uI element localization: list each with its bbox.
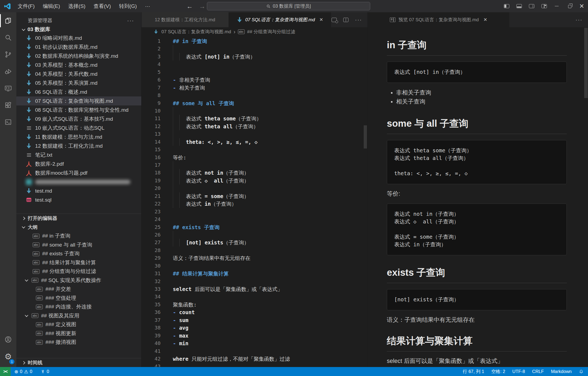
line-number: 22 — [142, 200, 161, 208]
encoding[interactable]: UTF-8 — [512, 369, 525, 374]
toggle-secondary-sidebar-icon[interactable] — [525, 0, 538, 12]
activity-extensions[interactable] — [0, 97, 16, 114]
outline-item[interactable]: abc### 撤消视图 — [16, 338, 141, 347]
activity-search[interactable] — [0, 29, 16, 46]
problems-status[interactable]: ⊗0 ⚠0 — [14, 369, 32, 374]
outline-item[interactable]: abc### 并交差 — [16, 285, 141, 294]
code-line: 28 — [142, 247, 367, 254]
notifications-bell-icon[interactable] — [579, 369, 584, 374]
split-editor-icon[interactable] — [343, 18, 348, 22]
file-item[interactable]: 09 嵌入式SQL语言：基本技巧.md — [16, 114, 141, 123]
open-preview-side-icon[interactable] — [332, 18, 337, 22]
file-item[interactable]: 人数据库mooc练习题.pdf — [16, 168, 141, 177]
file-item[interactable]: 05 关系模型：关系演算.md — [16, 78, 141, 87]
outline-item[interactable]: abc## in 子查询 — [16, 232, 141, 241]
editor-more-actions-icon[interactable]: ··· — [355, 17, 362, 23]
navigate-back-icon[interactable]: ← — [186, 2, 193, 10]
indentation[interactable]: 空格: 2 — [491, 369, 505, 375]
file-item[interactable]: test.sql — [16, 195, 141, 204]
indent-guide — [179, 200, 180, 208]
tab-close-icon[interactable]: ✕ — [483, 17, 487, 23]
file-item[interactable]: 06 SQL语言：概述.md — [16, 87, 141, 96]
file-item[interactable]: 08 SQL语言：数据库完整性与安全性.md — [16, 105, 141, 114]
file-item[interactable]: 01 初步认识数据库系统.md — [16, 43, 141, 51]
file-item[interactable]: 10 嵌入式SQL语言：动态SQL — [16, 123, 141, 132]
indent-guide — [173, 107, 173, 115]
outline-item[interactable]: abc## SQL 实现关系代数操作 — [16, 276, 141, 285]
cursor-position[interactable]: 行 67, 列 1 — [463, 369, 484, 375]
preview-scrollbar[interactable] — [584, 28, 588, 98]
outline-item[interactable]: abc## 结果计算与聚集计算 — [16, 258, 141, 267]
code-editor[interactable]: 1## in 子查询23表达式 [not] in（子查询）456- 非相关子查询… — [142, 36, 367, 367]
explorer-more-actions-icon[interactable]: ··· — [127, 17, 134, 24]
tab-close-icon[interactable]: ✕ — [319, 17, 323, 23]
tab-active-file[interactable]: 07 SQL语言：复杂查询与视图.md✕ — [229, 12, 331, 27]
file-item[interactable]: 12 数据建模：工程化方法.md — [16, 141, 141, 150]
outline-item[interactable]: abc## some 与 all 子查询 — [16, 241, 141, 250]
ports-status[interactable]: 0 — [41, 369, 49, 374]
menu-item[interactable]: 转到(G) — [115, 0, 141, 12]
toggle-panel-icon[interactable] — [513, 0, 525, 12]
folder-root[interactable]: 03 数据库 — [16, 25, 141, 34]
section-open-editors[interactable]: 打开的编辑器 — [16, 214, 141, 223]
menu-item[interactable]: ··· — [141, 0, 154, 12]
file-item[interactable]: 04 关系模型：关系代数.md — [16, 69, 141, 78]
activity-settings[interactable]: ⚙1 — [0, 348, 16, 365]
file-item[interactable]: 00 缩略词对照表.md — [16, 34, 141, 43]
file-item[interactable] — [16, 177, 141, 186]
file-item[interactable]: 笔记.txt — [16, 150, 141, 159]
breadcrumb-section[interactable]: ## 分组查询与分组过滤 — [247, 29, 295, 35]
activity-terminal[interactable] — [0, 114, 16, 131]
markdown-preview[interactable]: in 子查询表达式 [not] in（子查询）非相关子查询相关子查询some 与… — [368, 27, 588, 367]
file-item[interactable]: 02 数据库系统的结构抽象与演变.md — [16, 51, 141, 60]
outline-item[interactable]: abc### 定义视图 — [16, 320, 141, 329]
line-number: 27 — [142, 239, 161, 246]
preview-more-actions-icon[interactable]: ··· — [575, 17, 583, 23]
activity-run-and-debug[interactable] — [0, 63, 16, 80]
line-content: [not] exists（子查询） — [186, 239, 249, 246]
restore-icon[interactable] — [563, 0, 575, 12]
remote-indicator[interactable]: >< — [0, 367, 11, 376]
navigate-forward-icon[interactable]: → — [199, 2, 206, 10]
outline-item[interactable]: abc### 空值处理 — [16, 294, 141, 303]
outline-item[interactable]: abc## 视图及其应用 — [16, 311, 141, 320]
outline-item[interactable]: abc### 内连接、外连接 — [16, 302, 141, 311]
breadcrumb[interactable]: 07 SQL语言：复杂查询与视图.md › abc ## 分组查询与分组过滤 — [142, 27, 367, 36]
symbol-string-icon: abc — [32, 313, 38, 318]
eol[interactable]: CRLF — [532, 369, 544, 374]
activity-account[interactable] — [0, 331, 16, 348]
menu-item[interactable]: 编辑(E) — [39, 0, 64, 12]
tab-inactive-file[interactable]: 12 数据建模：工程化方法.md — [142, 12, 229, 27]
menu-item[interactable]: 选择(S) — [64, 0, 90, 12]
section-timeline[interactable]: 时间线 — [16, 358, 141, 367]
code-line: 9## some 与 all 子查询 — [142, 99, 367, 107]
line-content: - 相关子查询 — [173, 84, 205, 92]
menu-item[interactable]: 查看(V) — [90, 0, 115, 12]
file-item[interactable]: 03 关系模型：基本概念.md — [16, 60, 141, 69]
language-mode[interactable]: Markdown — [551, 369, 572, 374]
file-item[interactable]: 人数据库-2.pdf — [16, 159, 141, 168]
indent-guide — [179, 115, 180, 122]
file-item[interactable]: 11 数据建模：思想与方法.md — [16, 132, 141, 141]
activity-remote-explorer[interactable] — [0, 80, 16, 97]
toggle-sidebar-icon[interactable] — [500, 0, 513, 12]
minimize-icon[interactable] — [550, 0, 563, 12]
tab-markdown-preview[interactable]: 预览 07 SQL语言：复杂查询与视图.md ✕ — [368, 12, 509, 27]
symbol-string-icon: abc — [36, 331, 43, 336]
customize-layout-icon[interactable] — [538, 0, 550, 12]
breadcrumb-file[interactable]: 07 SQL语言：复杂查询与视图.md — [161, 29, 231, 35]
markdown-file-icon — [153, 29, 159, 35]
outline-item[interactable]: abc## 分组查询与分组过滤 — [16, 267, 141, 276]
activity-source-control[interactable] — [0, 46, 16, 63]
file-list: 00 缩略词对照表.md01 初步认识数据库系统.md02 数据库系统的结构抽象… — [16, 34, 141, 204]
outline-item[interactable]: abc## exists 子查询 — [16, 249, 141, 258]
activity-explorer[interactable] — [0, 12, 16, 29]
command-center-search[interactable]: 03 数据库 [管理员] — [207, 2, 370, 10]
outline-item[interactable]: abc### 视图更新 — [16, 329, 141, 338]
file-label: 01 初步认识数据库系统.md — [35, 44, 97, 51]
section-outline[interactable]: 大纲 — [16, 223, 141, 232]
menu-item[interactable]: 文件(F) — [14, 0, 39, 12]
close-icon[interactable]: ✕ — [575, 0, 588, 12]
file-item[interactable]: 07 SQL语言：复杂查询与视图.md — [16, 96, 141, 105]
file-item[interactable]: test.md — [16, 186, 141, 195]
